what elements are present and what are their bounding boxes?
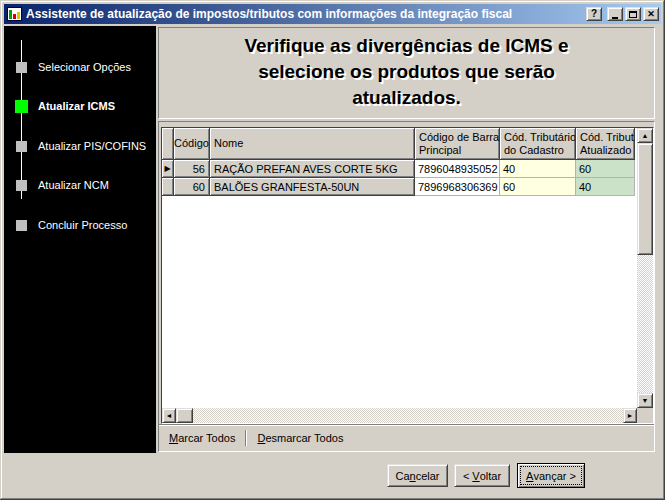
grid-panel: Código Nome Código de Barras Principal C… [158, 121, 655, 452]
scroll-right-icon[interactable]: ► [623, 408, 637, 423]
table-row[interactable]: ▶ 56 RAÇÃO PREFAN AVES CORTE 5KG 7896048… [162, 160, 653, 178]
step-square-icon [16, 180, 27, 191]
toolbar-divider [245, 430, 247, 446]
close-button[interactable]: ✕ [643, 7, 659, 21]
wizard-step-atualizar-icms: Atualizar ICMS [4, 99, 156, 113]
page-title: Verifique as divergências de ICMS e sele… [159, 33, 654, 111]
heading-panel: Verifique as divergências de ICMS e sele… [158, 27, 655, 119]
scroll-left-icon[interactable]: ◄ [162, 408, 176, 423]
step-square-icon [16, 141, 27, 152]
header-cod-tributario-atualizado: Cód. Tributário Atualizado [576, 128, 635, 160]
header-indicator-cell [162, 128, 174, 160]
vertical-scroll-thumb[interactable] [637, 143, 653, 255]
titlebar[interactable]: Assistente de atualização de impostos/tr… [4, 4, 661, 24]
selection-toolbar: Marcar Todos Desmarcar Todos [159, 424, 654, 450]
horizontal-scrollbar[interactable]: ◄ ► [162, 408, 637, 423]
cell-cod-trib-cadastro[interactable]: 40 [500, 160, 576, 178]
data-grid[interactable]: Código Nome Código de Barras Principal C… [161, 127, 654, 424]
cancelar-button[interactable]: Cancelar [387, 464, 448, 487]
wizard-step-selecionar-opcoes: Selecionar Opções [4, 60, 156, 74]
cell-cod-trib-cadastro[interactable]: 60 [500, 178, 576, 196]
horizontal-scroll-thumb[interactable] [176, 408, 193, 423]
minimize-button[interactable] [607, 7, 623, 21]
app-icon [7, 7, 22, 21]
current-row-arrow-icon: ▶ [162, 165, 173, 173]
step-square-icon [16, 220, 27, 231]
wizard-steps-sidebar: Selecionar Opções Atualizar ICMS Atualiz… [4, 26, 156, 453]
avancar-button[interactable]: Avançar > [517, 463, 585, 488]
maximize-button[interactable] [625, 7, 641, 21]
scroll-down-icon[interactable]: ▼ [637, 393, 653, 408]
desmarcar-todos-button[interactable]: Desmarcar Todos [249, 429, 351, 447]
cell-codigo[interactable]: 56 [174, 160, 210, 178]
cell-nome[interactable]: BALÕES GRANFESTA-50UN [210, 178, 415, 196]
row-indicator-cell: ▶ [162, 160, 174, 178]
wizard-step-atualizar-ncm: Atualizar NCM [4, 178, 156, 192]
header-codigo: Código [174, 128, 210, 160]
header-cod-tributario-cadastro: Cód. Tributário do Cadastro [500, 128, 576, 160]
cell-codigo[interactable]: 60 [174, 178, 210, 196]
step-square-active-icon [15, 100, 28, 113]
maximize-icon [629, 11, 637, 18]
minimize-icon [612, 17, 618, 19]
wizard-step-atualizar-pis-cofins: Atualizar PIS/COFINS [4, 139, 156, 153]
row-indicator-cell [162, 178, 174, 196]
cell-cod-trib-atualizado[interactable]: 40 [576, 178, 635, 196]
scroll-up-icon[interactable]: ▲ [637, 128, 653, 143]
table-row[interactable]: 60 BALÕES GRANFESTA-50UN 7896968306369 6… [162, 178, 653, 196]
cell-codigo-barras[interactable]: 7896968306369 [415, 178, 500, 196]
wizard-step-concluir-processo: Concluir Processo [4, 218, 156, 232]
cell-codigo-barras[interactable]: 7896048935052 [415, 160, 500, 178]
header-nome: Nome [210, 128, 415, 160]
wizard-window: Assistente de atualização de impostos/tr… [0, 0, 665, 500]
step-square-icon [16, 62, 27, 73]
vertical-scrollbar[interactable]: ▲ ▼ [637, 128, 653, 408]
window-title: Assistente de atualização de impostos/tr… [26, 7, 586, 21]
header-codigo-barras: Código de Barras Principal [415, 128, 500, 160]
scrollbar-corner [637, 408, 653, 423]
cell-cod-trib-atualizado[interactable]: 60 [576, 160, 635, 178]
voltar-button[interactable]: < Voltar [454, 464, 510, 487]
marcar-todos-button[interactable]: Marcar Todos [161, 429, 243, 447]
help-button[interactable]: ? [586, 7, 602, 21]
grid-header-row: Código Nome Código de Barras Principal C… [162, 128, 653, 160]
cell-nome[interactable]: RAÇÃO PREFAN AVES CORTE 5KG [210, 160, 415, 178]
